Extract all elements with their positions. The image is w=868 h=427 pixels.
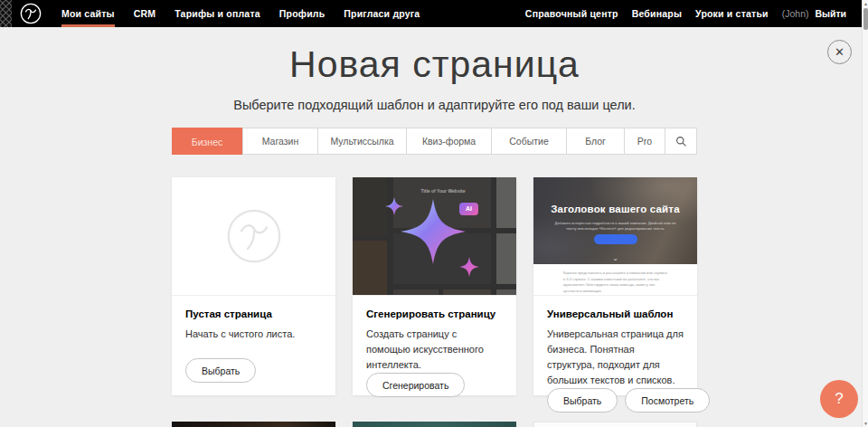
template-cards: Пустая страница Начать с чистого листа. … xyxy=(172,177,697,395)
nav-profile[interactable]: Профиль xyxy=(279,0,326,27)
blank-page-thumbnail xyxy=(172,177,335,296)
card-actions: Выбрать Посмотреть xyxy=(547,388,684,413)
page-subtitle: Выберите подходящий шаблон и адаптируйте… xyxy=(172,98,697,112)
tab-event[interactable]: Событие xyxy=(491,128,566,154)
tab-blog[interactable]: Блог xyxy=(566,128,624,154)
scroll-thumb[interactable] xyxy=(863,8,868,30)
scroll-up-icon[interactable]: ▲ xyxy=(863,0,868,7)
card-title: Пустая страница xyxy=(185,308,322,319)
tilda-placeholder-icon xyxy=(226,208,282,264)
scroll-down-icon[interactable]: ▼ xyxy=(863,420,868,427)
card-title: Универсальный шаблон xyxy=(547,308,684,319)
ai-badge: AI xyxy=(459,203,478,215)
secondary-nav: Справочный центр Вебинары Уроки и статьи… xyxy=(525,0,846,27)
collage-site-title: Title of Your Website xyxy=(393,188,493,194)
small-sparkle-icon xyxy=(385,197,403,215)
user-name: (John) xyxy=(782,8,809,19)
tab-store[interactable]: Магазин xyxy=(242,128,317,154)
card-partial[interactable] xyxy=(172,422,335,427)
card-universal-template[interactable]: Заголовок вашего сайта Добавьте интересн… xyxy=(533,177,697,395)
template-thumbnail: Заголовок вашего сайта Добавьте интересн… xyxy=(533,177,697,296)
nav-tariffs[interactable]: Тарифы и оплата xyxy=(175,0,260,27)
template-cards-row2 xyxy=(172,422,697,427)
tab-quiz-form[interactable]: Квиз-форма xyxy=(406,128,491,154)
template-body-text: Коротко представьтесь и расскажите о ком… xyxy=(563,270,667,294)
card-description: Универсальная страница для бизнеса. Поня… xyxy=(547,327,684,388)
template-hero-text: Добавьте интересные подробности о вашей … xyxy=(552,221,679,232)
search-tab[interactable] xyxy=(665,128,696,154)
scrollbar[interactable]: ▲ ▼ xyxy=(862,0,868,427)
preview-button[interactable]: Посмотреть xyxy=(625,388,710,413)
logout-link[interactable]: Выйти xyxy=(815,8,846,19)
tilda-logo-icon[interactable] xyxy=(20,3,42,24)
main-nav: Мои сайты CRM Тарифы и оплата Профиль Пр… xyxy=(61,0,420,27)
tab-multilink[interactable]: Мультиссылка xyxy=(317,128,406,154)
generate-button[interactable]: Сгенерировать xyxy=(366,373,465,397)
nav-webinars[interactable]: Вебинары xyxy=(632,0,682,27)
nav-invite-friend[interactable]: Пригласи друга xyxy=(344,0,420,27)
chevron-down-icon: ⌄ xyxy=(533,255,697,262)
ai-sparkle-icon xyxy=(401,199,466,264)
nav-lessons[interactable]: Уроки и статьи xyxy=(695,0,769,27)
nav-my-sites[interactable]: Мои сайты xyxy=(61,0,115,27)
new-page-modal: Новая страница Выберите подходящий шабло… xyxy=(172,27,697,427)
nav-help-center[interactable]: Справочный центр xyxy=(525,0,618,27)
card-description: Создать страницу с помощью искусственног… xyxy=(366,327,503,373)
card-blank-page[interactable]: Пустая страница Начать с чистого листа. … xyxy=(172,177,335,395)
page-title: Новая страница xyxy=(172,43,697,86)
user-block: (John) Выйти xyxy=(782,0,846,27)
template-hero-title: Заголовок вашего сайта xyxy=(533,204,697,214)
card-actions: Выбрать xyxy=(185,358,322,383)
help-button[interactable]: ? xyxy=(820,380,858,418)
template-hero: Заголовок вашего сайта Добавьте интересн… xyxy=(533,177,697,264)
card-title: Сгенерировать страницу xyxy=(366,308,503,319)
template-hero-button xyxy=(594,234,637,244)
template-category-tabs: Бизнес Магазин Мультиссылка Квиз-форма С… xyxy=(172,128,697,155)
tab-pro[interactable]: Pro xyxy=(624,128,665,154)
ai-thumbnail: Title of Your Website xyxy=(353,177,516,296)
card-actions: Сгенерировать xyxy=(366,373,503,397)
select-button[interactable]: Выбрать xyxy=(185,358,256,383)
pattern-strip xyxy=(0,0,12,27)
select-button[interactable]: Выбрать xyxy=(547,388,618,413)
card-partial[interactable] xyxy=(533,422,697,427)
tab-business[interactable]: Бизнес xyxy=(172,128,242,155)
card-generate-ai[interactable]: Title of Your Website xyxy=(353,177,516,395)
search-icon xyxy=(675,136,687,147)
card-body: Сгенерировать страницу Создать страницу … xyxy=(353,296,516,410)
close-button[interactable]: ✕ xyxy=(827,40,852,64)
small-sparkle-icon xyxy=(459,257,479,277)
topbar: Мои сайты CRM Тарифы и оплата Профиль Пр… xyxy=(0,0,862,27)
card-body: Пустая страница Начать с чистого листа. … xyxy=(172,296,335,395)
card-description: Начать с чистого листа. xyxy=(185,327,322,342)
card-partial[interactable] xyxy=(353,422,516,427)
nav-crm[interactable]: CRM xyxy=(134,0,156,27)
card-body: Универсальный шаблон Универсальная стран… xyxy=(533,296,697,425)
